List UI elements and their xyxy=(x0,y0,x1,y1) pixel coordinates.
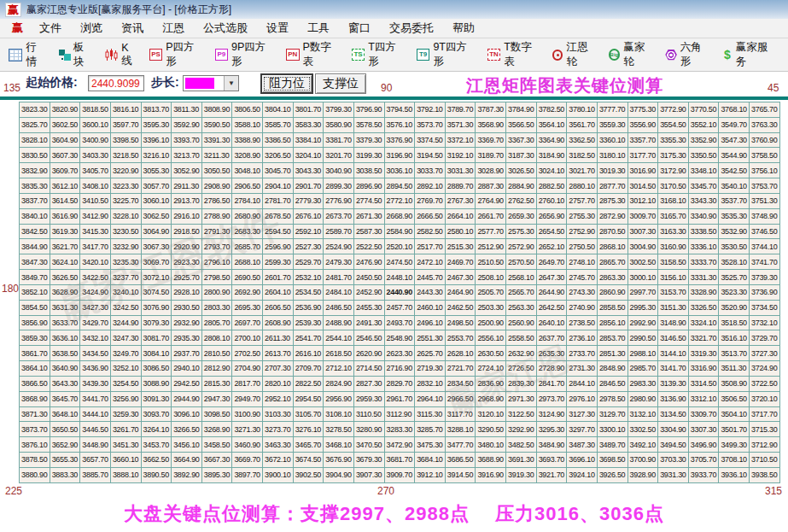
grid-cell: 2762.50 xyxy=(506,193,537,208)
grid-cell: 3631.30 xyxy=(50,300,80,315)
toolbar-item-sectors[interactable]: 板块 xyxy=(58,40,95,69)
menu-item-window[interactable]: 窗口 xyxy=(339,19,380,38)
grid-cell: 3098.50 xyxy=(201,406,232,422)
grid-cell: 2990.50 xyxy=(627,330,658,346)
grid-cell: 3904.90 xyxy=(324,467,354,482)
grid-cell: 2772.10 xyxy=(384,193,415,208)
grid-cell: 3261.70 xyxy=(110,422,141,437)
grid-cell: 3360.10 xyxy=(597,132,627,148)
grid-cell: 3525.70 xyxy=(719,270,750,285)
grid-cell: 3825.70 xyxy=(20,117,50,132)
grid-cell: 2510.50 xyxy=(476,254,506,270)
grid-cell: 3220.90 xyxy=(110,163,141,178)
toolbar-item-p-square[interactable]: PSP四方形 xyxy=(149,40,204,69)
grid-cell: 2817.70 xyxy=(232,376,263,391)
grid-cell: 3571.30 xyxy=(445,117,476,132)
grid-cell: 2949.70 xyxy=(232,391,263,406)
grid-cell: 3775.30 xyxy=(627,102,658,118)
grid-cell: 3928.90 xyxy=(627,467,658,482)
grid-cell: 2839.30 xyxy=(506,376,537,391)
grid-cell: 3696.10 xyxy=(567,453,598,468)
grid-cell: 2613.70 xyxy=(263,346,294,361)
toolbar-item-kline[interactable]: K线 xyxy=(105,42,138,68)
grid-cell: 2712.10 xyxy=(324,361,354,377)
grid-cell: 2678.50 xyxy=(263,208,294,224)
toolbar-item-quotes[interactable]: 行情 xyxy=(9,40,47,69)
grid-cell: 2582.50 xyxy=(415,224,446,239)
grid-cell: 3604.90 xyxy=(50,132,80,148)
grid-cell: 3624.10 xyxy=(50,254,80,270)
menu-item-formula-stock-picker[interactable]: 公式选股 xyxy=(194,19,257,38)
toolbar-item-9t-square[interactable]: T99T四方形 xyxy=(417,40,476,69)
grid-cell: 2925.70 xyxy=(172,270,202,285)
toolbar-item-gann-wheel[interactable]: 江恩轮 xyxy=(552,40,598,69)
grid-cell: 3856.90 xyxy=(20,315,50,330)
menu-item-trade-entrust[interactable]: 交易委托 xyxy=(380,19,443,38)
grid-cell: 3007.30 xyxy=(627,224,658,239)
grid-cell: 2894.50 xyxy=(384,178,415,194)
grid-center-cell: 2440.90 xyxy=(384,284,415,300)
grid-cell: 2808.10 xyxy=(201,330,232,346)
grid-cell: 2491.30 xyxy=(353,315,384,330)
grid-cell: 3230.50 xyxy=(110,224,141,239)
menu-item-settings[interactable]: 设置 xyxy=(257,19,298,38)
chevron-down-icon[interactable]: ▼ xyxy=(224,76,238,91)
grid-cell: 3297.70 xyxy=(567,422,598,437)
grid-cell: 3530.50 xyxy=(719,239,750,254)
toolbar-item-hexagon[interactable]: 六角形 xyxy=(665,40,711,69)
step-combobox[interactable]: ▼ xyxy=(183,75,239,91)
grid-cell: 2822.50 xyxy=(293,376,324,391)
grid-cell: 3235.30 xyxy=(110,254,141,270)
menu-item-browse[interactable]: 浏览 xyxy=(71,19,112,38)
grid-cell: 3703.30 xyxy=(658,453,689,468)
menu-item-news[interactable]: 资讯 xyxy=(112,19,153,38)
grid-cell: 3374.50 xyxy=(415,132,446,148)
grid-cell: 3288.10 xyxy=(445,422,476,437)
p-square-icon: PS xyxy=(149,49,163,61)
grid-cell: 2827.30 xyxy=(353,376,384,391)
grid-cell: 3038.50 xyxy=(353,163,384,178)
toolbar-item-p-number-table[interactable]: PNP数字表 xyxy=(286,40,341,69)
grid-cell: 2484.10 xyxy=(324,284,354,300)
grid-cell: 3756.10 xyxy=(750,163,780,178)
grid-cell: 3304.90 xyxy=(658,422,689,437)
grid-cell: 3168.10 xyxy=(658,193,689,208)
toolbar-item-9p-square[interactable]: P99P四方形 xyxy=(215,40,276,69)
angle-label-270: 270 xyxy=(377,485,394,497)
grid-cell: 2930.50 xyxy=(172,300,202,315)
grid-cell: 3504.10 xyxy=(719,406,750,422)
menu-item-gann[interactable]: 江恩 xyxy=(153,19,194,38)
grid-cell: 3458.50 xyxy=(201,437,232,453)
grid-cell: 3722.50 xyxy=(750,376,780,391)
grid-cell: 3129.70 xyxy=(597,406,627,422)
menu-item-file[interactable]: 文件 xyxy=(30,19,71,38)
grid-cell: 3818.50 xyxy=(80,102,111,118)
grid-cell: 3921.70 xyxy=(536,467,567,482)
grid-cell: 3093.70 xyxy=(141,406,172,422)
toolbar-item-t-square[interactable]: TST四方形 xyxy=(352,40,406,69)
quotes-icon xyxy=(9,49,22,61)
grid-cell: 2524.90 xyxy=(324,239,354,254)
toolbar-item-winner-service[interactable]: $赢家服务 xyxy=(722,40,777,69)
grid-cell: 2558.50 xyxy=(506,330,537,346)
grid-cell: 2690.50 xyxy=(232,270,263,285)
grid-cell: 3141.70 xyxy=(658,361,689,377)
start-price-input[interactable] xyxy=(88,75,144,91)
menu-item-help[interactable]: 帮助 xyxy=(443,19,484,38)
toolbar-item-winner-wheel[interactable]: Big赢家轮 xyxy=(609,40,655,69)
resistance-button[interactable]: 阻力位 xyxy=(260,73,313,94)
grid-cell: 3640.90 xyxy=(50,361,80,377)
grid-cell: 2654.50 xyxy=(536,224,567,239)
grid-cell: 3938.50 xyxy=(750,467,780,482)
toolbar-item-t-number-table[interactable]: TNT数字表 xyxy=(487,40,541,69)
9p-square-icon: P9 xyxy=(215,49,229,61)
grid-cell: 2623.30 xyxy=(384,346,415,361)
grid-cell: 3144.10 xyxy=(658,346,689,361)
support-button[interactable]: 支撑位 xyxy=(315,73,366,94)
grid-cell: 3849.70 xyxy=(20,270,50,285)
menu-item-tools[interactable]: 工具 xyxy=(298,19,339,38)
grid-cell: 3828.10 xyxy=(20,132,50,148)
grid-cell: 2829.70 xyxy=(384,376,415,391)
grid-cell: 3309.70 xyxy=(688,406,719,422)
grid-cell: 3871.30 xyxy=(20,406,50,422)
